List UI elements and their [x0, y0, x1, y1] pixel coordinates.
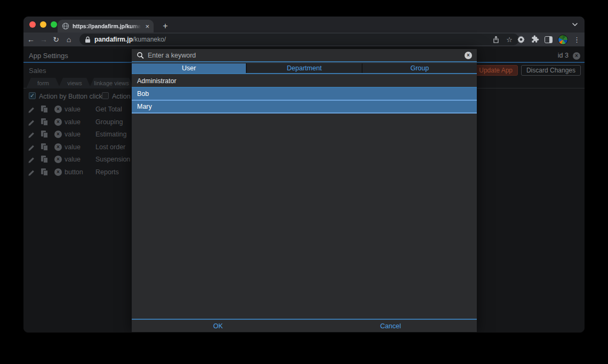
edit-pencil-icon[interactable]	[28, 156, 35, 164]
back-icon[interactable]: ←	[26, 33, 36, 46]
search-icon	[137, 52, 144, 59]
remove-icon[interactable]: ×	[54, 168, 62, 176]
page-title: App Settings	[29, 52, 68, 60]
browser-tab[interactable]: https://pandafirm.jp/kumaneko ×	[58, 20, 154, 33]
clear-search-icon[interactable]: ×	[465, 52, 472, 59]
remove-icon[interactable]: ×	[54, 118, 62, 126]
checkbox-label: Action by Button click	[39, 93, 102, 100]
tab-group[interactable]: Group	[363, 63, 477, 73]
url-domain: pandafirm.jp	[94, 36, 133, 43]
list-item-bob[interactable]: Bob	[132, 88, 477, 101]
url-text: pandafirm.jp/kumaneko/	[94, 36, 166, 43]
picker-tabs: User Department Group	[132, 63, 477, 74]
browser-window: https://pandafirm.jp/kumaneko × + ← → ↻ …	[23, 16, 585, 333]
copy-icon[interactable]	[41, 118, 48, 126]
browser-tab-strip: https://pandafirm.jp/kumaneko × +	[23, 17, 585, 33]
browser-toolbar: ← → ↻ ⌂ pandafirm.jp/kumaneko/ ☆	[23, 33, 585, 46]
remove-icon[interactable]: ×	[54, 143, 62, 151]
lock-icon	[85, 36, 91, 43]
copy-icon[interactable]	[41, 156, 48, 163]
share-icon[interactable]	[493, 36, 499, 43]
checkbox-action-by-button-click[interactable]: ✓	[29, 92, 36, 99]
action-type: value	[65, 143, 81, 151]
forward-icon[interactable]: →	[38, 33, 49, 46]
new-tab-button[interactable]: +	[159, 20, 172, 33]
action-name: Grouping	[95, 118, 123, 126]
tab-form[interactable]: form	[26, 78, 60, 88]
tab-views[interactable]: views	[58, 78, 91, 88]
menu-icon[interactable]: ⋮	[573, 36, 580, 44]
search-input[interactable]	[148, 52, 461, 59]
list-item-administrator[interactable]: Administrator	[132, 75, 477, 88]
window-controls	[29, 21, 57, 28]
copy-icon[interactable]	[41, 168, 48, 176]
close-icon[interactable]: ×	[573, 52, 580, 60]
tab-user[interactable]: User	[132, 63, 246, 73]
address-bar[interactable]: pandafirm.jp/kumaneko/ ☆	[79, 34, 519, 45]
home-icon[interactable]: ⌂	[63, 33, 74, 46]
edit-pencil-icon[interactable]	[28, 131, 35, 139]
globe-favicon-icon	[62, 22, 69, 30]
list-item-mary[interactable]: Mary	[132, 101, 477, 114]
edit-pencil-icon[interactable]	[28, 119, 35, 126]
profile-avatar[interactable]	[558, 35, 568, 45]
edit-pencil-icon[interactable]	[28, 169, 35, 176]
action-type: button	[65, 168, 83, 176]
tab-title: https://pandafirm.jp/kumaneko	[73, 23, 141, 29]
remove-icon[interactable]: ×	[54, 156, 62, 163]
action-type: value	[65, 131, 81, 138]
action-type: value	[65, 106, 81, 113]
close-window-button[interactable]	[29, 21, 36, 28]
edit-pencil-icon[interactable]	[28, 144, 35, 151]
action-name: Reports	[95, 168, 119, 176]
bookmark-star-icon[interactable]: ☆	[506, 36, 513, 44]
search-bar: ×	[132, 49, 477, 62]
tab-department[interactable]: Department	[247, 63, 361, 73]
copy-icon[interactable]	[41, 143, 48, 151]
gear-icon[interactable]	[517, 35, 525, 44]
action-name: Get Total	[95, 106, 122, 113]
action-name: Suspension	[95, 156, 130, 163]
action-type: value	[65, 118, 81, 126]
record-id-label: id 3	[558, 52, 569, 59]
reload-icon[interactable]: ↻	[51, 33, 61, 46]
chevron-down-icon[interactable]	[572, 21, 578, 28]
extensions-icon[interactable]	[531, 35, 539, 44]
minimize-window-button[interactable]	[40, 21, 46, 28]
discard-changes-button[interactable]: Discard Changes	[521, 65, 581, 76]
tab-close-icon[interactable]: ×	[145, 23, 149, 30]
remove-icon[interactable]: ×	[54, 106, 62, 113]
dialog-footer: OK Cancel	[132, 319, 477, 332]
action-name: Estimating	[95, 131, 126, 138]
copy-icon[interactable]	[41, 131, 48, 138]
copy-icon[interactable]	[41, 106, 48, 113]
remove-icon[interactable]: ×	[54, 131, 62, 138]
action-name: Lost order	[95, 143, 125, 151]
action-type: value	[65, 156, 81, 163]
cancel-button[interactable]: Cancel	[305, 320, 477, 332]
entity-picker-dialog: × User Department Group Administrator Bo…	[132, 49, 477, 332]
url-path: /kumaneko/	[133, 36, 166, 43]
tab-linkage-views[interactable]: linkage views	[89, 78, 134, 88]
ok-button[interactable]: OK	[132, 320, 305, 332]
maximize-window-button[interactable]	[51, 21, 57, 28]
checkbox-action-b[interactable]	[102, 92, 109, 99]
update-app-button[interactable]: Update App	[474, 65, 518, 76]
edit-pencil-icon[interactable]	[28, 106, 35, 114]
side-panel-icon[interactable]	[545, 36, 553, 43]
user-list: Administrator Bob Mary	[132, 75, 477, 114]
app-name: Sales	[29, 67, 46, 75]
page-content: App Settings id 3 × Sales Update App Dis…	[23, 46, 585, 333]
